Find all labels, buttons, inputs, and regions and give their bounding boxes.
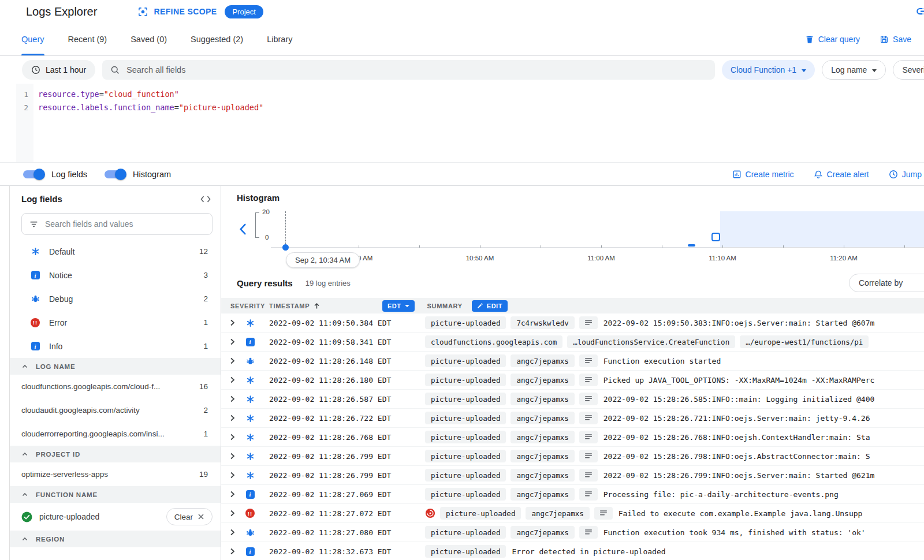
tab-saved-0[interactable]: Saved (0) bbox=[131, 23, 167, 55]
expand-row-icon[interactable] bbox=[230, 376, 237, 383]
table-row[interactable]: !!2022-09-02 11:28:27.072 EDTpicture-upl… bbox=[221, 504, 924, 523]
tab-query[interactable]: Query bbox=[21, 23, 44, 55]
correlate-button[interactable]: Correlate by bbox=[849, 274, 924, 292]
section-header-project-id[interactable]: PROJECT ID bbox=[10, 446, 221, 462]
log-field-severity-info[interactable]: iInfo1 bbox=[10, 334, 221, 358]
label-chip[interactable]: picture-uploaded bbox=[425, 526, 506, 539]
resize-panel-icon[interactable] bbox=[200, 195, 211, 203]
text-payload-icon[interactable] bbox=[579, 526, 598, 539]
label-chip[interactable]: picture-uploaded bbox=[425, 545, 506, 558]
log-name-filter[interactable]: Log name bbox=[822, 60, 886, 80]
label-chip[interactable]: angc7jepamxs bbox=[511, 412, 574, 424]
field-value-item[interactable]: cloudaudit.googleapis.com/activity2 bbox=[10, 398, 221, 422]
label-chip[interactable]: picture-uploaded bbox=[425, 374, 506, 386]
expand-row-icon[interactable] bbox=[230, 453, 237, 460]
table-row[interactable]: 2022-09-02 11:28:27.080 EDTpicture-uploa… bbox=[221, 523, 924, 542]
search-input[interactable] bbox=[126, 65, 707, 74]
label-chip[interactable]: picture-uploaded bbox=[425, 412, 506, 424]
label-chip[interactable]: picture-uploaded bbox=[425, 469, 506, 481]
fields-search-input[interactable] bbox=[45, 219, 205, 229]
label-chip[interactable]: angc7jepamxs bbox=[511, 488, 574, 501]
text-payload-icon[interactable] bbox=[594, 507, 613, 520]
link-icon[interactable] bbox=[915, 3, 924, 19]
clear-filter-button[interactable]: Clear bbox=[166, 508, 213, 525]
label-chip[interactable]: angc7jepamxs bbox=[526, 507, 589, 520]
pan-left-icon[interactable] bbox=[239, 223, 247, 236]
jump-button[interactable]: Jump bbox=[889, 170, 922, 179]
field-value-item[interactable]: optimize-serverless-apps19 bbox=[10, 462, 221, 486]
label-chip[interactable]: …loudFunctionsService.CreateFunction bbox=[567, 335, 735, 348]
histogram-chart[interactable]: 20 0 Sep 2, 10:34 AM 10:40 AM10:50 AM11:… bbox=[237, 206, 924, 270]
create-alert-button[interactable]: Create alert bbox=[814, 170, 869, 179]
table-row[interactable]: 2022-09-02 11:28:26.722 EDTpicture-uploa… bbox=[221, 409, 924, 428]
selection-handle[interactable] bbox=[711, 233, 720, 241]
label-chip[interactable]: picture-uploaded bbox=[425, 431, 506, 443]
expand-row-icon[interactable] bbox=[230, 529, 237, 536]
text-payload-icon[interactable] bbox=[579, 412, 598, 424]
log-field-severity-default[interactable]: Default12 bbox=[10, 240, 221, 263]
table-row[interactable]: i2022-09-02 11:09:58.341 EDTcloudfunctio… bbox=[221, 333, 924, 352]
table-row[interactable]: 2022-09-02 11:28:26.180 EDTpicture-uploa… bbox=[221, 371, 924, 390]
label-chip[interactable]: 7c4rwskwledv bbox=[511, 316, 574, 329]
label-chip[interactable]: cloudfunctions.googleapis.com bbox=[425, 335, 562, 348]
label-chip[interactable]: picture-uploaded bbox=[425, 354, 506, 367]
expand-row-icon[interactable] bbox=[230, 395, 237, 402]
text-payload-icon[interactable] bbox=[579, 354, 598, 367]
table-row[interactable]: i2022-09-02 11:28:32.673 EDTpicture-uplo… bbox=[221, 542, 924, 560]
severity-filter[interactable]: Severity bbox=[893, 60, 924, 80]
section-header-function-name[interactable]: FUNCTION NAME bbox=[10, 486, 221, 503]
timestamp-column-header[interactable]: TIMESTAMP bbox=[269, 303, 382, 309]
section-header-log-name[interactable]: LOG NAME bbox=[10, 358, 221, 375]
expand-row-icon[interactable] bbox=[230, 548, 237, 555]
expand-row-icon[interactable] bbox=[230, 491, 237, 498]
label-chip[interactable]: angc7jepamxs bbox=[511, 431, 574, 443]
text-payload-icon[interactable] bbox=[579, 450, 598, 462]
log-field-severity-error[interactable]: !!Error1 bbox=[10, 311, 221, 334]
text-payload-icon[interactable] bbox=[579, 316, 598, 329]
field-value-item[interactable]: clouderrorreporting.googleapis.com/insi.… bbox=[10, 422, 221, 446]
refine-scope-button[interactable]: REFINE SCOPE bbox=[137, 6, 217, 17]
text-payload-icon[interactable] bbox=[579, 488, 598, 501]
histogram-toggle[interactable] bbox=[105, 170, 125, 178]
create-metric-button[interactable]: Create metric bbox=[732, 170, 794, 179]
table-row[interactable]: 2022-09-02 11:28:26.768 EDTpicture-uploa… bbox=[221, 428, 924, 447]
expand-row-icon[interactable] bbox=[230, 472, 237, 479]
text-payload-icon[interactable] bbox=[579, 374, 598, 386]
table-row[interactable]: 2022-09-02 11:28:26.587 EDTpicture-uploa… bbox=[221, 390, 924, 409]
table-row[interactable]: 2022-09-02 11:28:26.148 EDTpicture-uploa… bbox=[221, 352, 924, 371]
query-code-area[interactable]: resource.type="cloud_function" resource.… bbox=[33, 84, 924, 162]
selected-time-range[interactable] bbox=[720, 211, 924, 247]
label-chip[interactable]: angc7jepamxs bbox=[511, 374, 574, 386]
expand-row-icon[interactable] bbox=[230, 357, 237, 364]
expand-row-icon[interactable] bbox=[230, 319, 237, 326]
text-payload-icon[interactable] bbox=[579, 393, 598, 405]
tab-library[interactable]: Library bbox=[267, 23, 292, 55]
label-chip[interactable]: picture-uploaded bbox=[440, 507, 521, 520]
save-button[interactable]: Save bbox=[880, 35, 911, 44]
label-chip[interactable]: angc7jepamxs bbox=[511, 469, 574, 481]
expand-row-icon[interactable] bbox=[230, 338, 237, 345]
tab-recent-9[interactable]: Recent (9) bbox=[68, 23, 107, 55]
label-chip[interactable]: angc7jepamxs bbox=[511, 354, 574, 367]
clear-query-button[interactable]: Clear query bbox=[805, 35, 860, 44]
resource-filter-chip[interactable]: Cloud Function +1 bbox=[722, 60, 815, 80]
text-payload-icon[interactable] bbox=[579, 469, 598, 481]
query-editor[interactable]: 1 2 resource.type="cloud_function" resou… bbox=[0, 84, 924, 162]
scope-project-badge[interactable]: Project bbox=[225, 5, 263, 18]
timezone-chip[interactable]: EDT bbox=[382, 300, 415, 312]
field-value-item[interactable]: cloudfunctions.googleapis.com/cloud-f...… bbox=[10, 375, 221, 398]
label-chip[interactable]: picture-uploaded bbox=[425, 450, 506, 462]
label-chip[interactable]: picture-uploaded bbox=[425, 316, 506, 329]
table-row[interactable]: i2022-09-02 11:28:27.069 EDTpicture-uplo… bbox=[221, 485, 924, 504]
log-field-severity-debug[interactable]: Debug2 bbox=[10, 287, 221, 311]
section-header-region[interactable]: REGION bbox=[10, 531, 221, 547]
label-chip[interactable]: angc7jepamxs bbox=[511, 526, 574, 539]
label-chip[interactable]: angc7jepamxs bbox=[511, 393, 574, 405]
log-field-severity-notice[interactable]: iNotice3 bbox=[10, 263, 221, 287]
expand-row-icon[interactable] bbox=[230, 434, 237, 440]
label-chip[interactable]: picture-uploaded bbox=[425, 488, 506, 501]
label-chip[interactable]: …/europe-west1/functions/pi bbox=[740, 335, 869, 348]
expand-row-icon[interactable] bbox=[230, 415, 237, 421]
table-row[interactable]: 2022-09-02 11:09:50.384 EDTpicture-uploa… bbox=[221, 313, 924, 333]
expand-row-icon[interactable] bbox=[230, 510, 237, 517]
